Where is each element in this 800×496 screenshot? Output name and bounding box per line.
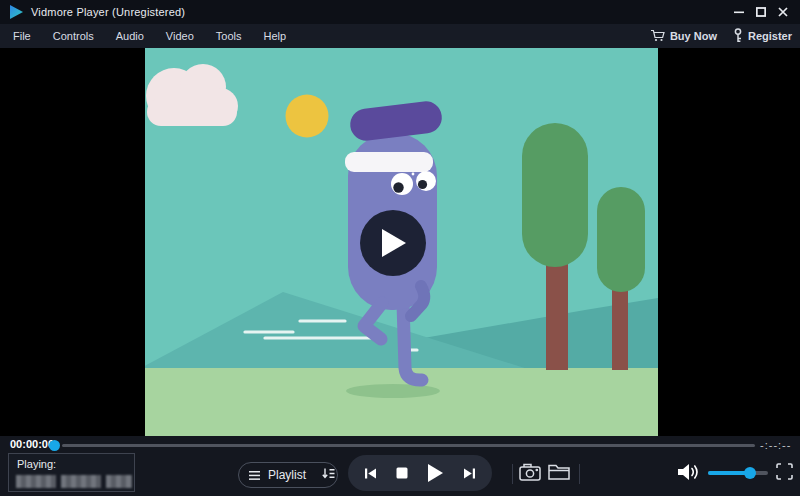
menu-help[interactable]: Help: [252, 24, 297, 48]
transport-controls: [348, 455, 492, 491]
menu-audio[interactable]: Audio: [105, 24, 155, 48]
character-shadow: [346, 384, 440, 398]
close-button[interactable]: [772, 0, 794, 24]
cart-icon: [650, 29, 665, 44]
divider: [512, 464, 513, 484]
maximize-button[interactable]: [750, 0, 772, 24]
playing-label: Playing:: [17, 458, 56, 470]
menu-controls[interactable]: Controls: [42, 24, 105, 48]
big-play-overlay-button[interactable]: [360, 210, 426, 276]
fullscreen-icon: [776, 463, 793, 480]
menu-tools[interactable]: Tools: [205, 24, 253, 48]
next-icon: [463, 467, 476, 480]
video-frame[interactable]: [145, 48, 658, 436]
playing-filename-blurred: [16, 475, 132, 488]
playlist-order-icon[interactable]: [322, 466, 335, 484]
open-file-button[interactable]: [548, 464, 570, 480]
fullscreen-button[interactable]: [776, 463, 793, 480]
menu-icon: [249, 466, 260, 484]
buy-now-label: Buy Now: [670, 30, 717, 42]
playlist-button[interactable]: Playlist: [238, 462, 338, 488]
app-logo-icon: [8, 4, 24, 20]
previous-button[interactable]: [364, 467, 377, 480]
snapshot-button[interactable]: [519, 463, 541, 481]
stop-button[interactable]: [396, 467, 408, 479]
titlebar: Vidmore Player (Unregistered): [0, 0, 800, 24]
menubar-actions: Buy Now Register: [650, 24, 792, 48]
volume-knob[interactable]: [744, 467, 756, 479]
register-button[interactable]: Register: [733, 28, 792, 45]
ground: [145, 368, 658, 436]
window-controls: [728, 0, 794, 24]
minimize-button[interactable]: [728, 0, 750, 24]
remaining-time: -:--:--: [760, 439, 791, 451]
playlist-label: Playlist: [268, 468, 306, 482]
now-playing-box: Playing:: [8, 453, 135, 492]
elapsed-time: 00:00:00: [10, 438, 54, 450]
play-button[interactable]: [426, 463, 444, 483]
seek-handle[interactable]: [49, 440, 60, 451]
menu-video[interactable]: Video: [155, 24, 205, 48]
next-button[interactable]: [463, 467, 476, 480]
key-icon: [733, 28, 743, 45]
big-play-overlay-icon: [378, 227, 408, 259]
menubar: File Controls Audio Video Tools Help Buy…: [0, 24, 800, 48]
window-title: Vidmore Player (Unregistered): [31, 6, 185, 18]
video-stage: [0, 48, 800, 436]
sun: [286, 95, 329, 138]
previous-icon: [364, 467, 377, 480]
register-label: Register: [748, 30, 792, 42]
control-bar: 00:00:00 -:--:-- Playing: Playlist: [0, 436, 800, 496]
folder-icon: [548, 464, 570, 480]
play-icon: [426, 463, 444, 483]
camera-icon: [519, 463, 541, 481]
stop-icon: [396, 467, 408, 479]
vidmore-player-window: Vidmore Player (Unregistered) File Contr…: [0, 0, 800, 496]
speaker-icon: [677, 462, 699, 482]
seek-bar[interactable]: [62, 444, 755, 447]
volume-slider[interactable]: [708, 471, 768, 475]
menu-file[interactable]: File: [0, 24, 42, 48]
mute-button[interactable]: [677, 462, 699, 482]
buy-now-button[interactable]: Buy Now: [650, 29, 717, 44]
divider: [579, 464, 580, 484]
